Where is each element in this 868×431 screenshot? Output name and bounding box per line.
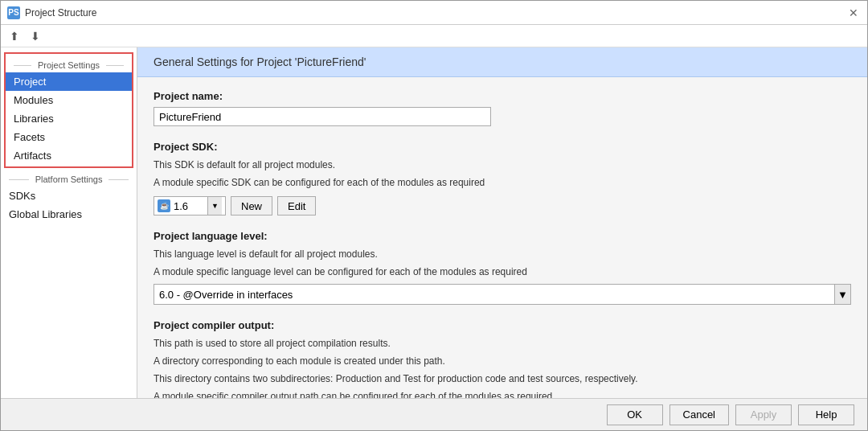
- sidebar-item-sdks[interactable]: SDKs: [1, 187, 137, 205]
- sidebar-item-global-libraries[interactable]: Global Libraries: [1, 205, 137, 224]
- compiler-desc1: This path is used to store all project c…: [154, 336, 851, 351]
- footer: OK Cancel Apply Help: [1, 398, 867, 430]
- sidebar-item-facets[interactable]: Facets: [6, 128, 132, 146]
- sdk-select-icon: ☕: [158, 199, 170, 212]
- main-content: Project Settings Project Modules Librari…: [1, 47, 867, 398]
- language-select[interactable]: 6.0 - @Override in interfaces ▼: [154, 284, 851, 305]
- sdk-dropdown-arrow[interactable]: ▼: [207, 197, 222, 215]
- sdk-desc2: A module specific SDK can be configured …: [154, 175, 851, 190]
- language-desc2: A module specific language level can be …: [154, 265, 851, 279]
- language-dropdown-arrow[interactable]: ▼: [834, 285, 850, 304]
- close-button[interactable]: ✕: [846, 6, 861, 20]
- toolbar: ⬆ ⬇: [1, 25, 867, 47]
- sdk-select[interactable]: ☕ 1.6 ▼: [154, 196, 226, 216]
- project-settings-section: Project Settings Project Modules Librari…: [4, 52, 133, 168]
- sdk-row: ☕ 1.6 ▼ New Edit: [154, 196, 851, 216]
- sdk-edit-button[interactable]: Edit: [277, 196, 316, 216]
- project-sdk-label: Project SDK:: [154, 141, 851, 153]
- platform-settings-header: Platform Settings: [1, 170, 137, 187]
- sidebar-item-project[interactable]: Project: [6, 72, 132, 91]
- window-title: Project Structure: [25, 7, 96, 18]
- compiler-label: Project compiler output:: [154, 319, 851, 331]
- compiler-desc2: A directory corresponding to each module…: [154, 354, 851, 368]
- sidebar: Project Settings Project Modules Librari…: [1, 47, 137, 398]
- compiler-desc4: A module specific compiler output path c…: [154, 389, 851, 398]
- compiler-desc3: This directory contains two subdirectori…: [154, 371, 851, 386]
- apply-button[interactable]: Apply: [735, 404, 792, 425]
- titlebar: PS Project Structure ✕: [1, 1, 867, 25]
- sidebar-item-artifacts[interactable]: Artifacts: [6, 146, 132, 165]
- content-area: General Settings for Project 'PictureFri…: [137, 47, 867, 398]
- language-section: Project language level: This language le…: [154, 230, 851, 305]
- project-name-input[interactable]: [154, 107, 491, 126]
- project-name-section: Project name:: [154, 90, 851, 126]
- sidebar-item-libraries[interactable]: Libraries: [6, 109, 132, 128]
- project-sdk-section: Project SDK: This SDK is default for all…: [154, 141, 851, 216]
- titlebar-left: PS Project Structure: [7, 6, 96, 19]
- move-up-button[interactable]: ⬆: [6, 27, 23, 45]
- content-header: General Settings for Project 'PictureFri…: [137, 47, 867, 77]
- language-desc1: This language level is default for all p…: [154, 247, 851, 261]
- move-down-button[interactable]: ⬇: [27, 27, 44, 45]
- ok-button[interactable]: OK: [607, 404, 663, 425]
- sdk-select-text: 1.6: [174, 200, 204, 212]
- sdk-desc1: This SDK is default for all project modu…: [154, 158, 851, 172]
- language-label: Project language level:: [154, 230, 851, 242]
- sidebar-item-modules[interactable]: Modules: [6, 91, 132, 109]
- project-name-label: Project name:: [154, 90, 851, 102]
- compiler-section: Project compiler output: This path is us…: [154, 319, 851, 398]
- project-settings-header: Project Settings: [6, 55, 132, 72]
- help-button[interactable]: Help: [798, 404, 854, 425]
- sdk-new-button[interactable]: New: [231, 196, 272, 216]
- language-select-text: 6.0 - @Override in interfaces: [159, 289, 829, 301]
- cancel-button[interactable]: Cancel: [669, 404, 729, 425]
- main-window: PS Project Structure ✕ ⬆ ⬇ Project Setti…: [0, 0, 868, 431]
- app-icon: PS: [7, 6, 20, 19]
